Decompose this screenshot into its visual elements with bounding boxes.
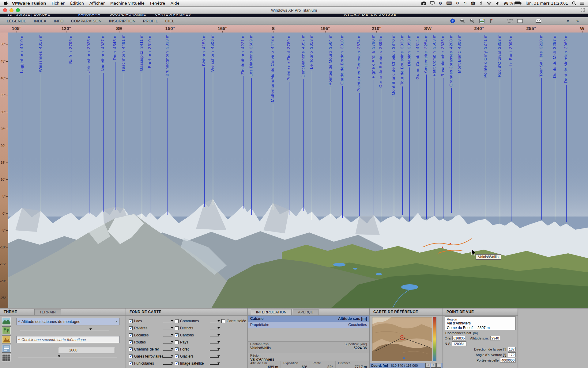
minimize-button[interactable] <box>9 8 13 12</box>
slider-funiculaires[interactable] <box>163 362 172 365</box>
menu-item-fichier[interactable]: Fichier <box>51 1 65 6</box>
year-slider[interactable] <box>18 355 117 357</box>
atlas-menu-profil[interactable]: PROFIL <box>143 19 158 23</box>
theme-transparency-slider[interactable] <box>20 328 109 330</box>
menu-item-fenetre[interactable]: Fenêtre <box>150 1 165 6</box>
mail-icon[interactable] <box>535 18 542 24</box>
menu-item-afficher[interactable]: Afficher <box>89 1 105 6</box>
notification-center-icon[interactable] <box>580 0 584 7</box>
slider-gares-ferroviaires[interactable] <box>163 355 172 358</box>
zoom-in-icon[interactable] <box>459 18 466 24</box>
theme-map-icon[interactable] <box>2 317 11 325</box>
checkbox-localites[interactable]: ✓ <box>129 333 133 337</box>
fullscreen-icon[interactable] <box>581 7 585 13</box>
time-machine-icon[interactable]: ↺ <box>456 0 459 7</box>
close-icon[interactable]: × <box>114 320 119 324</box>
tab-terrain[interactable]: TERRAIN <box>34 309 61 315</box>
menubar-clock[interactable]: lun. 31 mars 11:20:01 <box>526 1 568 6</box>
checkbox-funiculaires[interactable]: ✓ <box>129 362 133 365</box>
altitude-input[interactable]: 2940 <box>490 336 500 340</box>
chevrons-left-icon[interactable]: « <box>564 18 571 24</box>
theme-layer-select[interactable]: ^ Altitude des cabanes de montagne × <box>17 318 119 325</box>
atlas-tab-panorama[interactable]: PANORAMA <box>78 14 100 17</box>
slider-foret[interactable] <box>210 348 219 351</box>
spotlight-icon[interactable] <box>572 0 576 7</box>
checkbox-gares-ferroviaires[interactable]: ✓ <box>129 355 133 358</box>
slider-localites[interactable] <box>163 334 172 336</box>
frame-split-icon[interactable] <box>516 18 524 24</box>
slider-rivieres[interactable] <box>163 327 172 329</box>
oe-input[interactable]: 616835 <box>452 336 466 340</box>
checkbox-rivieres[interactable]: ✓ <box>129 326 133 330</box>
atlas-menu-comparaison[interactable]: COMPARAISON <box>71 19 102 23</box>
checkbox-districts[interactable] <box>175 326 179 330</box>
zoom-button[interactable] <box>16 8 20 12</box>
aperture-input[interactable]: 172 <box>508 352 516 357</box>
theme-second-layer-select[interactable]: ^ Choisir une seconde carte thématique <box>17 336 119 343</box>
atlas-menu-info[interactable]: INFO <box>54 19 63 23</box>
tab-interrogation[interactable]: INTERROGATION <box>251 309 292 315</box>
locate-icon[interactable] <box>449 18 456 24</box>
slider-pays[interactable] <box>210 341 219 343</box>
slider-districts[interactable] <box>210 327 219 329</box>
slider-routes[interactable] <box>163 341 172 343</box>
checkbox-cantons[interactable]: ✓ <box>175 333 179 337</box>
checkbox-pays[interactable] <box>175 340 179 344</box>
keyboard-icon[interactable]: ⌨ <box>446 0 452 7</box>
phone-icon[interactable]: ☎ <box>471 0 476 7</box>
theme-vegetation-icon[interactable] <box>2 326 11 334</box>
theme-relief-icon[interactable] <box>2 335 11 343</box>
frame-dashed-icon[interactable] <box>507 18 514 24</box>
fit-view-icon[interactable]: □ <box>425 363 430 368</box>
checkbox-communes[interactable] <box>175 319 179 323</box>
tab-apercu[interactable]: APERÇU <box>293 309 318 315</box>
gear-icon[interactable]: ⚙ <box>439 0 442 7</box>
panorama-view[interactable]: Lagginhorn 4010 mWeissmies 4017 mBalfrin… <box>0 33 588 308</box>
atlas-menu-inscription[interactable]: INSCRIPTION <box>109 19 136 23</box>
apple-menu-icon[interactable] <box>4 1 8 6</box>
visual-range-input[interactable]: 4000000 <box>500 358 516 362</box>
atlas-mode-menu[interactable]: 3D | SUISSE | EUROPE <box>7 14 50 17</box>
checkbox-lacs[interactable]: ✓ <box>129 319 133 323</box>
bluetooth-icon[interactable] <box>480 0 483 7</box>
chevrons-right-icon[interactable]: » <box>574 18 581 24</box>
zoom-out-icon[interactable] <box>469 18 476 24</box>
checkbox-chemins-de-fer[interactable]: ✓ <box>129 347 133 351</box>
reference-map[interactable] <box>372 317 432 361</box>
slider-chemins-de-fer[interactable] <box>163 348 172 351</box>
display-icon[interactable] <box>430 0 435 7</box>
year-field[interactable]: 2008 <box>58 347 115 353</box>
menu-item-edition[interactable]: Édition <box>70 1 84 6</box>
battery-status[interactable]: 98 % <box>504 1 522 6</box>
sync-icon[interactable]: ↻ <box>463 0 467 7</box>
slider-glaciers[interactable] <box>210 355 219 358</box>
vm-window-titlebar[interactable]: Windows XP Pro Titanium <box>0 7 588 14</box>
slider-cantons[interactable] <box>210 334 219 336</box>
theme-layers-icon[interactable] <box>2 345 11 353</box>
collapse-icon[interactable]: ^ <box>17 338 21 342</box>
checkbox-foret[interactable]: ✓ <box>175 347 179 351</box>
slider-image-satellite[interactable] <box>210 362 219 365</box>
menu-item-aide[interactable]: Aide <box>171 1 179 6</box>
zoom-in-icon[interactable]: + <box>431 363 436 368</box>
panorama-icon[interactable] <box>478 18 486 24</box>
app-menu-vmware[interactable]: VMware Fusion <box>12 1 46 6</box>
checkbox-carte-isolee[interactable] <box>221 319 225 323</box>
collapse-icon[interactable]: ^ <box>17 320 21 324</box>
zoom-out-icon[interactable]: − <box>436 363 441 368</box>
atlas-menu-legende[interactable]: LÉGENDE <box>7 19 26 23</box>
slider-lacs[interactable] <box>163 320 172 322</box>
menu-item-machine-virtuelle[interactable]: Machine virtuelle <box>110 1 145 6</box>
checkbox-image-satellite[interactable]: ✓ <box>175 362 179 365</box>
camera-icon[interactable] <box>421 0 426 7</box>
checkbox-routes[interactable]: ✓ <box>129 340 133 344</box>
atlas-tab-carte-a-prismes[interactable]: CARTE À PRISMES <box>155 14 191 17</box>
atlas-menu-ciel[interactable]: CIEL <box>165 19 174 23</box>
direction-input[interactable]: 187 <box>508 347 516 351</box>
ns-input[interactable]: 120034 <box>452 341 466 346</box>
slider-communes[interactable] <box>210 320 219 322</box>
checkbox-glaciers[interactable]: ✓ <box>175 355 179 358</box>
theme-grid-icon[interactable] <box>2 354 11 362</box>
atlas-menu-index[interactable]: INDEX <box>34 19 46 23</box>
close-button[interactable] <box>3 8 7 12</box>
